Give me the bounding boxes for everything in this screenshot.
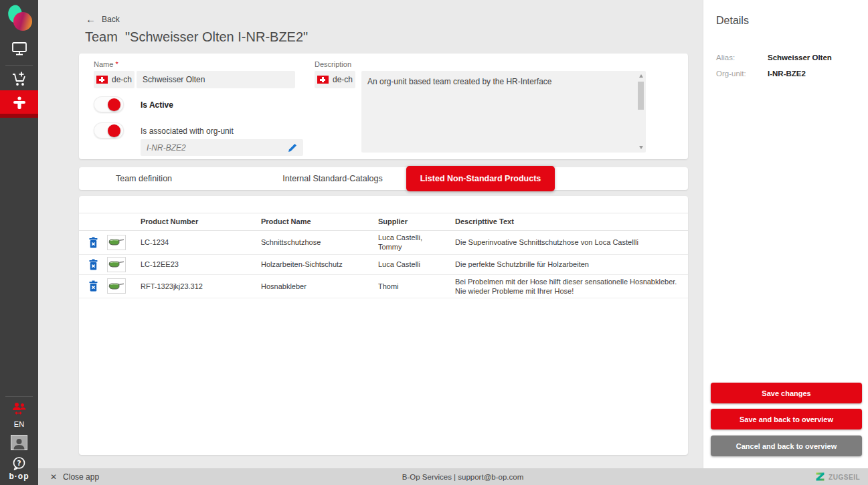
products-table-card: Product Number Product Name Supplier Des… xyxy=(79,196,688,455)
sidebar-item-help[interactable]: ? xyxy=(0,456,38,471)
description-language-chip[interactable]: de-ch xyxy=(315,71,355,88)
app-logo-icon xyxy=(6,5,33,33)
cart-plus-icon xyxy=(10,70,29,88)
org-unit-toggle-label: Is associated with org-unit xyxy=(141,126,234,136)
description-textarea[interactable]: An org-unit based team created by the HR… xyxy=(361,71,646,153)
sidebar-divider xyxy=(5,65,33,66)
table-header-row: Product Number Product Name Supplier Des… xyxy=(79,213,688,231)
cancel-and-back-button[interactable]: Cancel and back to overview xyxy=(711,435,862,456)
zugseil-brand: ZUGSEIL xyxy=(815,472,861,482)
footer-bar: ✕ Close app B-Op Services | support@b-op… xyxy=(38,468,868,485)
sidebar-item-cart[interactable] xyxy=(0,70,38,88)
user-avatar[interactable] xyxy=(11,435,27,450)
textarea-scrollbar[interactable] xyxy=(637,72,644,151)
col-product-number: Product Number xyxy=(141,215,261,228)
svg-text:?: ? xyxy=(17,459,21,467)
product-number: LC-1234 xyxy=(141,235,261,249)
back-arrow-icon: ← xyxy=(86,14,96,24)
org-unit-toggle[interactable] xyxy=(94,122,124,138)
details-title: Details xyxy=(716,15,749,27)
product-thumbnail xyxy=(107,278,126,294)
product-number: LC-12EE23 xyxy=(141,258,261,271)
help-icon: ? xyxy=(11,456,27,471)
tab-internal-standard-catalogs[interactable]: Internal Standard-Catalogs xyxy=(272,167,393,190)
org-unit-input[interactable]: I-NR-BZE2 xyxy=(141,139,303,156)
bop-logo: b·op xyxy=(0,472,38,481)
team-name-input[interactable]: Schweisser Olten xyxy=(137,71,295,88)
app-sidebar: EN ? b·op xyxy=(0,0,38,485)
sidebar-item-teams-active[interactable] xyxy=(0,90,38,118)
toggle-knob xyxy=(108,124,120,137)
descriptive-text: Die perfekte Schutzbrille für Holzarbeit… xyxy=(455,258,688,271)
save-and-back-button[interactable]: Save and back to overview xyxy=(711,409,862,429)
description-language-label: de-ch xyxy=(333,75,353,84)
trash-icon xyxy=(88,280,98,292)
name-field-label: Name * xyxy=(94,60,118,68)
safety-glasses-image xyxy=(108,281,124,292)
zugseil-label: ZUGSEIL xyxy=(829,473,860,481)
sidebar-item-team-switch[interactable] xyxy=(0,402,38,415)
back-label: Back xyxy=(102,15,120,24)
product-name: Schnittschutzhose xyxy=(261,235,378,249)
alias-value: Schweisser Olten xyxy=(768,54,832,62)
close-app-label: Close app xyxy=(63,472,99,482)
product-name: Hosnabkleber xyxy=(261,280,378,293)
tab-team-definition[interactable]: Team definition xyxy=(94,167,194,190)
required-marker: * xyxy=(115,60,118,68)
safety-glasses-image xyxy=(108,237,124,248)
details-org-unit-label: Org-unit: xyxy=(716,70,746,78)
table-row: LC-12EE23 Holzarbeiten-Sichtschutz Luca … xyxy=(79,255,688,275)
descriptive-text: Die Superinvoative Schnittschutzhose von… xyxy=(455,235,688,249)
scroll-up-icon[interactable] xyxy=(639,74,643,78)
product-name: Holzarbeiten-Sichtschutz xyxy=(261,258,378,271)
alias-label: Alias: xyxy=(716,54,735,62)
delete-product-button[interactable] xyxy=(88,237,98,248)
toggle-knob xyxy=(108,98,120,111)
table-row: LC-1234 Schnittschutzhose Luca Castelli,… xyxy=(79,231,688,255)
is-active-label: Is Active xyxy=(141,100,173,110)
table-row: RFT-1323jkj23.312 Hosnabkleber Thomi Bei… xyxy=(79,275,688,299)
sidebar-item-desktop[interactable] xyxy=(0,41,38,57)
col-descriptive-text: Descripttive Text xyxy=(455,215,688,228)
edit-pencil-icon[interactable] xyxy=(288,143,297,153)
name-language-label: de-ch xyxy=(112,75,132,84)
back-button[interactable]: ← Back xyxy=(86,14,120,24)
name-language-chip[interactable]: de-ch xyxy=(94,71,135,88)
monitor-icon xyxy=(11,41,28,57)
trash-icon xyxy=(88,237,98,248)
team-form-card: Name * de-ch Schweisser Olten Is Active … xyxy=(79,54,688,159)
team-name-value: Schweisser Olten xyxy=(143,75,205,84)
avatar-silhouette-icon xyxy=(13,438,25,450)
tab-listed-non-standard-products[interactable]: Listed Non-Standard Products xyxy=(406,166,555,191)
trash-icon xyxy=(88,259,98,270)
description-field-label: Description xyxy=(315,60,351,68)
scrollbar-thumb[interactable] xyxy=(638,82,644,110)
col-product-name: Product Name xyxy=(261,215,378,228)
details-org-unit-value: I-NR-BZE2 xyxy=(768,70,806,78)
safety-glasses-image xyxy=(108,259,124,270)
product-number: RFT-1323jkj23.312 xyxy=(141,280,261,293)
org-unit-value: I-NR-BZE2 xyxy=(147,143,186,153)
delete-product-button[interactable] xyxy=(88,259,98,270)
page-title: Team "Schweisser Olten I-NR-BZE2" xyxy=(85,29,308,45)
delete-product-button[interactable] xyxy=(88,280,98,292)
zugseil-z-icon xyxy=(815,472,825,482)
description-value: An org-unit based team created by the HR… xyxy=(367,77,551,86)
close-app-button[interactable]: ✕ Close app xyxy=(50,472,99,482)
main-content: ← Back Team "Schweisser Olten I-NR-BZE2"… xyxy=(38,0,703,468)
save-changes-button[interactable]: Save changes xyxy=(711,383,862,403)
is-active-toggle[interactable] xyxy=(94,96,124,112)
descriptive-text: Bei Probelmen mit der Hose hilft dieser … xyxy=(455,275,688,298)
scroll-down-icon[interactable] xyxy=(639,146,643,149)
products-table: Product Number Product Name Supplier Des… xyxy=(79,213,688,298)
person-icon xyxy=(11,96,27,113)
sidebar-divider xyxy=(5,396,33,397)
swiss-flag-icon xyxy=(96,76,108,84)
close-icon: ✕ xyxy=(50,472,57,482)
people-red-icon xyxy=(11,402,28,415)
product-thumbnail xyxy=(107,257,126,272)
tab-bar: Team definition Internal Standard-Catalo… xyxy=(79,167,688,190)
supplier: Luca Castelli, Tommy xyxy=(378,231,455,254)
details-panel: Details Alias: Schweisser Olten Org-unit… xyxy=(703,0,868,468)
language-switch[interactable]: EN xyxy=(0,420,38,428)
